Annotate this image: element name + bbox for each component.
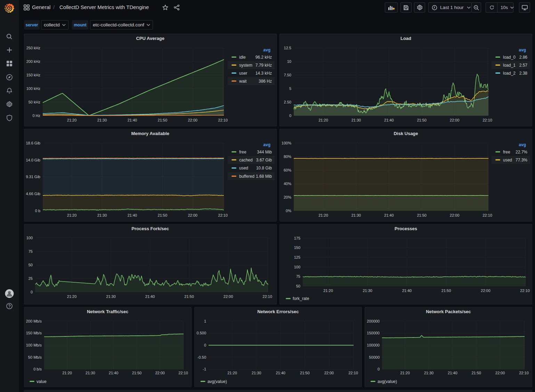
svg-text:21:40: 21:40 xyxy=(448,371,457,375)
svg-text:CPU Average: CPU Average xyxy=(136,36,164,41)
svg-text:14.0 Gib: 14.0 Gib xyxy=(26,158,40,162)
svg-text:cached: cached xyxy=(239,158,253,162)
svg-text:Network Traffic/sec: Network Traffic/sec xyxy=(87,309,128,314)
svg-text:avg: avg xyxy=(519,48,526,52)
svg-text:21:30: 21:30 xyxy=(363,289,372,293)
svg-text:21:20: 21:20 xyxy=(67,294,77,299)
svg-text:21:40: 21:40 xyxy=(145,294,155,299)
svg-text:4.66 Gib: 4.66 Gib xyxy=(26,192,40,196)
svg-text:21:40: 21:40 xyxy=(384,118,394,122)
svg-text:21:50: 21:50 xyxy=(300,371,310,375)
svg-text:21:20: 21:20 xyxy=(227,371,237,375)
svg-text:0: 0 xyxy=(204,343,206,347)
svg-text:5: 5 xyxy=(289,86,291,91)
svg-text:free: free xyxy=(239,150,246,155)
svg-text:100000: 100000 xyxy=(367,343,380,347)
svg-text:Process Fork/sec: Process Fork/sec xyxy=(131,226,169,231)
svg-text:21:20: 21:20 xyxy=(67,213,77,217)
svg-text:load_0: load_0 xyxy=(503,55,516,60)
svg-text:used: used xyxy=(503,158,512,162)
svg-text:22:00: 22:00 xyxy=(188,213,197,217)
svg-text:21:40: 21:40 xyxy=(109,371,119,375)
svg-text:96.2 kHz: 96.2 kHz xyxy=(256,55,272,60)
svg-text:50: 50 xyxy=(296,284,300,288)
svg-text:21:30: 21:30 xyxy=(424,371,434,375)
svg-text:21:40: 21:40 xyxy=(384,213,394,217)
svg-text:21:40: 21:40 xyxy=(402,289,412,293)
svg-text:150: 150 xyxy=(294,245,300,250)
svg-text:200 Mb/s: 200 Mb/s xyxy=(26,319,42,323)
svg-text:2.57: 2.57 xyxy=(519,63,528,68)
svg-text:21:50: 21:50 xyxy=(441,289,451,293)
svg-text:50: 50 xyxy=(29,263,33,267)
svg-text:21:30: 21:30 xyxy=(97,118,107,122)
svg-text:200 kHz: 200 kHz xyxy=(26,59,40,64)
svg-text:250 kHz: 250 kHz xyxy=(26,46,40,50)
svg-text:22:10: 22:10 xyxy=(519,371,529,375)
svg-text:avg: avg xyxy=(263,48,270,52)
svg-text:0 b: 0 b xyxy=(35,209,40,213)
svg-text:avg(value): avg(value) xyxy=(208,379,227,384)
svg-text:avg: avg xyxy=(519,142,526,147)
svg-text:22:10: 22:10 xyxy=(262,294,272,299)
svg-text:22:00: 22:00 xyxy=(324,371,334,375)
svg-text:user: user xyxy=(239,71,247,76)
svg-text:7.50: 7.50 xyxy=(284,73,291,77)
svg-text:22:00: 22:00 xyxy=(450,118,460,122)
svg-text:10: 10 xyxy=(287,59,291,64)
svg-text:idle: idle xyxy=(239,55,246,60)
svg-text:100%: 100% xyxy=(282,141,291,145)
svg-text:21:20: 21:20 xyxy=(318,118,328,122)
svg-text:21:40: 21:40 xyxy=(276,371,285,375)
svg-text:wait: wait xyxy=(239,79,247,84)
svg-text:21:20: 21:20 xyxy=(67,118,77,122)
svg-text:free: free xyxy=(503,150,510,155)
svg-text:21:20: 21:20 xyxy=(62,371,72,375)
svg-text:12.5: 12.5 xyxy=(284,46,291,50)
svg-text:21:20: 21:20 xyxy=(323,289,333,293)
svg-text:avg(value): avg(value) xyxy=(378,379,397,384)
svg-text:load_2: load_2 xyxy=(503,71,516,76)
svg-text:2.86: 2.86 xyxy=(519,55,528,60)
svg-text:21:30: 21:30 xyxy=(351,118,361,122)
svg-text:Processes: Processes xyxy=(395,226,417,231)
svg-text:75: 75 xyxy=(296,274,300,278)
svg-text:150000: 150000 xyxy=(367,331,380,335)
svg-text:22:00: 22:00 xyxy=(188,118,197,122)
svg-text:100 kHz: 100 kHz xyxy=(26,86,40,91)
svg-text:21:30: 21:30 xyxy=(106,294,116,299)
svg-text:-1: -1 xyxy=(203,367,206,371)
svg-text:21:30: 21:30 xyxy=(97,213,107,217)
svg-text:175: 175 xyxy=(294,236,300,240)
svg-text:0 b/s: 0 b/s xyxy=(33,367,42,371)
svg-text:fork_rate: fork_rate xyxy=(293,296,309,301)
svg-text:21:50: 21:50 xyxy=(471,371,481,375)
svg-text:Load: Load xyxy=(400,36,411,41)
svg-text:100: 100 xyxy=(26,236,33,240)
svg-text:50 Mb/s: 50 Mb/s xyxy=(28,355,42,359)
svg-text:80%: 80% xyxy=(284,155,291,159)
svg-text:150 Mb/s: 150 Mb/s xyxy=(26,331,42,335)
svg-text:50000: 50000 xyxy=(369,355,380,359)
svg-text:1: 1 xyxy=(204,319,206,323)
svg-text:21:40: 21:40 xyxy=(128,118,137,122)
svg-text:21:30: 21:30 xyxy=(351,213,361,217)
svg-text:Network Packets/sec: Network Packets/sec xyxy=(426,309,471,314)
svg-text:18.6 Gib: 18.6 Gib xyxy=(26,141,40,145)
svg-text:2.38: 2.38 xyxy=(519,71,528,76)
svg-text:22:00: 22:00 xyxy=(495,371,505,375)
svg-text:0.500: 0.500 xyxy=(196,331,206,335)
svg-text:22:00: 22:00 xyxy=(450,213,460,217)
svg-text:9.31 Gib: 9.31 Gib xyxy=(26,175,40,179)
svg-text:22:10: 22:10 xyxy=(348,371,358,375)
svg-text:avg: avg xyxy=(263,142,270,147)
svg-text:200000: 200000 xyxy=(367,319,380,323)
svg-text:22:10: 22:10 xyxy=(218,118,228,122)
svg-text:21:30: 21:30 xyxy=(86,371,95,375)
svg-text:system: system xyxy=(239,63,252,68)
svg-text:21:20: 21:20 xyxy=(318,213,328,217)
svg-text:21:50: 21:50 xyxy=(158,213,168,217)
svg-text:100: 100 xyxy=(294,265,300,269)
svg-text:50 kHz: 50 kHz xyxy=(29,100,40,104)
svg-text:value: value xyxy=(37,379,47,384)
